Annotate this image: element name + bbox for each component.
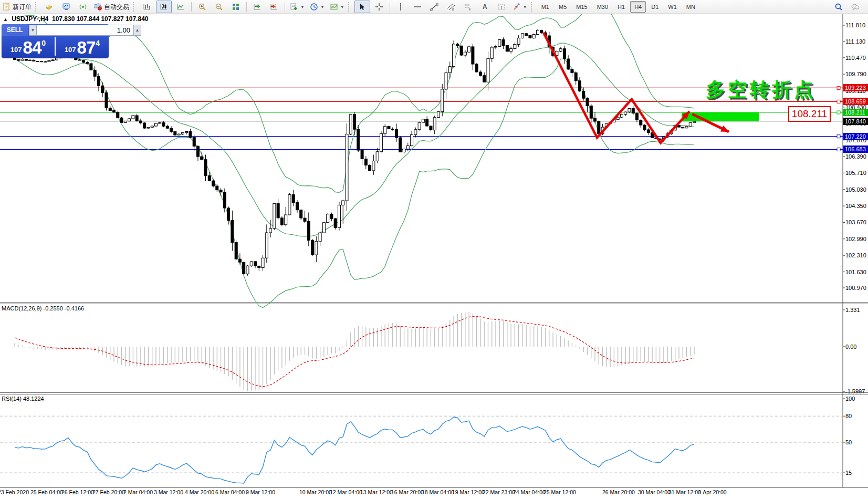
trendline-icon	[430, 3, 438, 11]
time-axis-label: 26 Feb 12:00	[61, 489, 94, 495]
toolbar-grip	[348, 2, 352, 12]
macd-tick-label: 0.00	[845, 344, 856, 350]
fibonacci-button[interactable]: F	[460, 1, 476, 13]
toolbar-grip	[133, 2, 137, 12]
zoom-out-button[interactable]	[211, 1, 227, 13]
chat-button[interactable]	[848, 1, 863, 13]
text-icon: A	[480, 3, 489, 11]
autotrading-icon	[94, 3, 102, 11]
auto-scroll-button[interactable]	[249, 1, 265, 13]
channel-button[interactable]: E	[443, 1, 459, 13]
bid-prefix: 107	[11, 46, 22, 54]
time-axis-label: 4 Mar 20:00	[185, 489, 214, 495]
toolbar-grip	[35, 2, 39, 12]
toolbar: 新订单 自动交易	[0, 0, 868, 14]
trendline-button[interactable]	[426, 1, 442, 13]
cursor-button[interactable]	[354, 1, 370, 13]
chart-shift-icon	[270, 3, 278, 11]
volume-up-button[interactable]: ▲	[133, 25, 141, 36]
volume-down-button[interactable]: ▼	[29, 25, 37, 36]
time-axis-label: 10 Mar 20:00	[299, 489, 332, 495]
tf-button-H4[interactable]: H4	[630, 1, 646, 13]
toolbar-separator	[246, 2, 247, 12]
level-callout-label[interactable]: 108.211	[788, 106, 831, 122]
search-button[interactable]	[831, 1, 846, 13]
bid-pipette: 0	[41, 39, 46, 47]
dropdown-caret-icon: ▼	[320, 5, 325, 9]
crosshair-button[interactable]	[371, 1, 387, 13]
toolbar-separator	[285, 2, 285, 12]
journal-icon	[45, 3, 54, 11]
time-axis-label: 6 Mar 04:00	[215, 489, 245, 495]
price-tick-label: 102.990	[845, 236, 866, 242]
svg-text:T: T	[500, 5, 503, 10]
ohlc-values: 107.830 107.844 107.827 107.840	[52, 15, 149, 23]
arrows-button[interactable]: ▼	[510, 1, 529, 13]
tf-button-MN[interactable]: MN	[682, 1, 699, 13]
tf-button-M15[interactable]: M15	[572, 1, 591, 13]
zoom-in-button[interactable]	[194, 1, 210, 13]
time-axis-label: 3 Mar 12:00	[154, 489, 183, 495]
tf-button-H1[interactable]: H1	[613, 1, 629, 13]
autotrading-button[interactable]: 自动交易	[92, 1, 131, 13]
time-axis-label: 25 Feb 04:00	[30, 489, 63, 495]
text-label-button[interactable]: T	[494, 1, 509, 13]
time-axis-label: 9 Mar 12:00	[246, 489, 275, 495]
new-order-label: 新订单	[13, 3, 32, 12]
tf-button-D1[interactable]: D1	[647, 1, 663, 13]
dropdown-caret-icon: ▼	[300, 5, 305, 9]
terminal-button[interactable]	[58, 1, 74, 13]
timeframe-group: M1M5M15M30H1H4D1W1MN	[537, 1, 700, 13]
network-button[interactable]	[75, 1, 91, 13]
time-axis-label: 31 Mar 12:00	[668, 489, 701, 495]
tile-windows-icon	[232, 3, 240, 11]
time-axis-label: 1 Apr 20:00	[698, 489, 727, 495]
svg-text:E: E	[452, 8, 454, 11]
vertical-line-button[interactable]	[393, 1, 409, 13]
zoom-out-icon	[215, 3, 223, 11]
price-tag: 108.211	[843, 109, 868, 116]
buy-button[interactable]: BUY	[142, 24, 169, 36]
ask-price[interactable]: 107 87 4	[56, 36, 109, 57]
candlestick-icon	[160, 3, 168, 11]
price-tick-label: 106.390	[845, 153, 866, 160]
text-button[interactable]: A	[477, 1, 493, 13]
tile-windows-button[interactable]	[228, 1, 244, 13]
vertical-line-icon	[396, 3, 405, 11]
templates-button[interactable]: ▼	[328, 1, 347, 13]
time-axis-label: 12 Mar 04:00	[330, 489, 362, 495]
chart-shift-button[interactable]	[266, 1, 282, 13]
tf-button-M1[interactable]: M1	[537, 1, 553, 13]
bar-chart-button[interactable]	[139, 1, 155, 13]
time-axis-label: 25 Mar 12:00	[543, 489, 576, 495]
time-axis-label: 26 Mar 20:00	[602, 489, 635, 495]
macd-tick-label: 1.331	[845, 307, 860, 313]
horizontal-line-icon	[413, 3, 422, 11]
bid-price[interactable]: 107 84 0	[2, 36, 55, 57]
price-tick-label: 100.970	[845, 285, 866, 291]
turning-point-annotation[interactable]: 多空转折点	[706, 77, 816, 103]
line-chart-icon	[176, 3, 185, 11]
indicators-button[interactable]: ▼	[288, 1, 307, 13]
rsi-indicator-label: RSI(14) 48.1224	[2, 396, 44, 402]
new-order-button[interactable]: 新订单	[1, 1, 34, 13]
tf-button-M5[interactable]: M5	[555, 1, 571, 13]
price-tick-label: 105.030	[845, 186, 866, 193]
bar-chart-icon	[143, 3, 151, 11]
volume-input[interactable]	[37, 25, 133, 36]
horizontal-line-button[interactable]	[410, 1, 425, 13]
ask-prefix: 107	[65, 46, 76, 54]
line-chart-button[interactable]	[173, 1, 189, 13]
terminal-icon	[62, 3, 70, 11]
candlestick-button[interactable]	[156, 1, 172, 13]
candlestick-chart[interactable]	[0, 0, 868, 499]
periods-button[interactable]: ▼	[308, 1, 327, 13]
tf-button-M30[interactable]: M30	[593, 1, 612, 13]
sell-button[interactable]: SELL	[2, 24, 28, 36]
journal-button[interactable]	[41, 1, 57, 13]
auto-scroll-icon	[253, 3, 262, 11]
svg-text:A: A	[483, 3, 487, 11]
tf-button-W1[interactable]: W1	[664, 1, 681, 13]
toolbar-separator	[390, 2, 390, 12]
time-axis-label: 13 Mar 12:00	[360, 489, 393, 495]
